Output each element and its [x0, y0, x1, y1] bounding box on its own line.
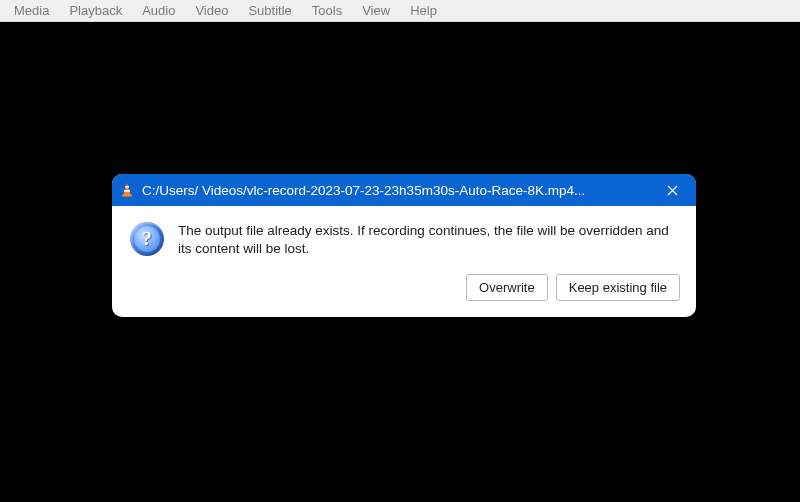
- dialog-titlebar[interactable]: C:/Users/ Videos/vlc-record-2023-07-23-2…: [112, 174, 696, 206]
- menu-media[interactable]: Media: [4, 1, 59, 20]
- dialog-buttons: Overwrite Keep existing file: [112, 270, 696, 317]
- menu-tools[interactable]: Tools: [302, 1, 352, 20]
- dialog-message: The output file already exists. If recor…: [178, 222, 678, 258]
- dialog-body: ? The output file already exists. If rec…: [112, 206, 696, 270]
- svg-rect-1: [125, 186, 129, 188]
- menu-audio[interactable]: Audio: [132, 1, 185, 20]
- menu-playback[interactable]: Playback: [59, 1, 132, 20]
- menu-video[interactable]: Video: [185, 1, 238, 20]
- menu-help[interactable]: Help: [400, 1, 447, 20]
- dialog-title: C:/Users/ Videos/vlc-record-2023-07-23-2…: [142, 183, 650, 198]
- overwrite-dialog: C:/Users/ Videos/vlc-record-2023-07-23-2…: [112, 174, 696, 317]
- menu-subtitle[interactable]: Subtitle: [238, 1, 301, 20]
- menubar: Media Playback Audio Video Subtitle Tool…: [0, 0, 800, 22]
- question-icon: ?: [130, 222, 164, 256]
- menu-view[interactable]: View: [352, 1, 400, 20]
- svg-marker-0: [124, 183, 131, 195]
- svg-rect-3: [122, 195, 132, 197]
- overwrite-button[interactable]: Overwrite: [466, 274, 548, 301]
- close-icon[interactable]: [650, 175, 694, 205]
- keep-existing-button[interactable]: Keep existing file: [556, 274, 680, 301]
- svg-rect-2: [124, 190, 130, 192]
- vlc-cone-icon: [118, 181, 136, 199]
